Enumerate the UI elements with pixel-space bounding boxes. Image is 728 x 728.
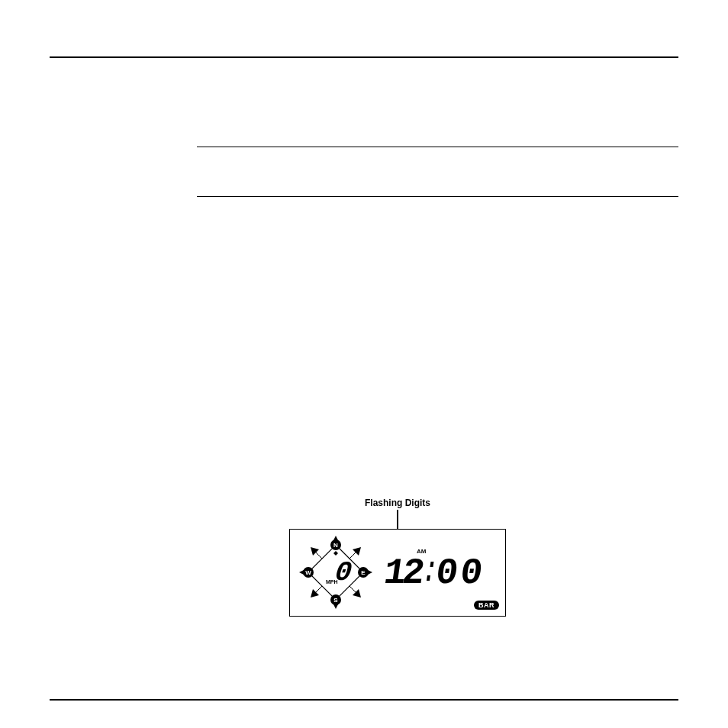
bar-badge: BAR (474, 601, 499, 610)
bottom-rule (50, 699, 678, 701)
svg-text:0: 0 (433, 552, 461, 594)
manual-page: Flashing Digits (50, 0, 678, 728)
section-rule-2 (197, 196, 678, 197)
compass-w: W (305, 569, 311, 576)
top-rule (50, 56, 678, 58)
svg-text:0: 0 (458, 552, 485, 594)
compass-n: N (333, 542, 338, 549)
diagram-caption: Flashing Digits (269, 498, 526, 508)
section-rule-1 (197, 147, 678, 147)
svg-rect-20 (430, 562, 433, 567)
speed-unit-label: MPH (326, 579, 338, 585)
lcd-frame: N E S W 0 MPH AM 1 2 (289, 529, 506, 617)
pointer-line (397, 510, 398, 529)
lcd-diagram-area: Flashing Digits (269, 498, 526, 617)
svg-rect-21 (427, 575, 430, 581)
time-digits: 1 2 0 0 (380, 548, 498, 597)
svg-text:2: 2 (400, 552, 427, 594)
compass-s: S (333, 597, 338, 604)
